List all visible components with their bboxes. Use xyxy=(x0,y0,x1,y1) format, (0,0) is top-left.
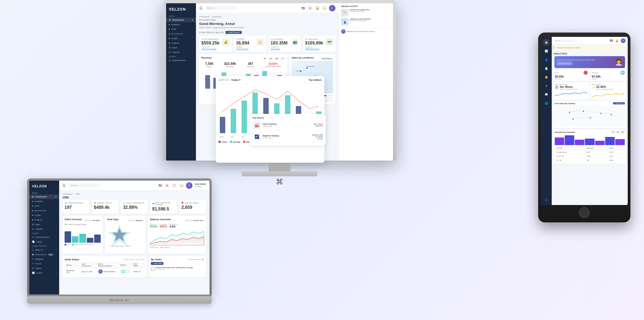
stat-change-orders: -3.97% xyxy=(236,46,249,48)
monitor-sidebar-item-projects[interactable]: Projects xyxy=(166,41,196,45)
laptop-topbar: ☰ Search... 🇺🇸 ⊞ ⛶ 🌙 A Anna Adame Founde… xyxy=(59,181,210,190)
sessions-tab-6m[interactable]: 6M xyxy=(621,131,625,133)
crm-stat-val-campaign: 197 xyxy=(65,205,87,210)
stat-card-earnings: TOTAL EARNINGS $559.25k +16.24 % View ne… xyxy=(199,36,232,52)
tablet-home-btn[interactable] xyxy=(579,207,590,218)
monitor-sidebar-item-analytics[interactable]: Analytics xyxy=(166,22,196,27)
breadcrumb: Dashboards › Dashboard xyxy=(199,16,335,18)
dot-icon xyxy=(32,219,33,220)
upgrade-btn[interactable]: Upgrade to paid xyxy=(557,62,572,65)
tablet-search[interactable]: Search... xyxy=(554,39,576,42)
notification-item: N Natasha Cairey have liked the products xyxy=(341,29,391,34)
metric-users: Users 👤 28.05k +16.24 % xyxy=(553,69,589,81)
stat-link-balance[interactable]: Withdraw money xyxy=(305,48,323,50)
task-checkbox[interactable] xyxy=(151,267,154,271)
user-avatar[interactable]: A xyxy=(329,5,335,11)
tables-icon: ⊟ xyxy=(32,267,34,270)
lead-icon: 📈 xyxy=(123,202,125,204)
laptop-sidebar-forms[interactable]: ✏ Forms › xyxy=(29,261,59,266)
laptop-sidebar-crm[interactable]: CRM xyxy=(29,204,59,208)
cell-value: $100.1K xyxy=(132,268,144,275)
moon-icon[interactable]: 🌙 xyxy=(322,6,327,11)
tab-1y[interactable]: 1Y xyxy=(280,57,285,60)
sessions-by-country-card: Sessions by Countries All 1M 6M xyxy=(553,129,626,164)
balance-overview-card: Balance Overview SORT BY: Current Year ▾… xyxy=(148,216,206,254)
sessions-tab-all[interactable]: All xyxy=(611,131,615,133)
monitor-sidebar-item-layouts[interactable]: ⊡ Layouts › xyxy=(166,50,196,55)
laptop-sidebar-ecommerce[interactable]: Ecommerce xyxy=(29,208,59,213)
monitor-sidebar-item-crypto[interactable]: Crypto xyxy=(166,36,196,41)
tablet-avatar[interactable]: A xyxy=(621,38,626,43)
laptop-main: ☰ Search... 🇺🇸 ⊞ ⛶ 🌙 A Anna Adame Founde… xyxy=(59,181,210,295)
deals-status-card: Deals Status 02 Nov 2021 to 31 Dec 2021 … xyxy=(62,256,147,277)
tablet-sidebar-icon-user[interactable]: 👤 xyxy=(543,56,550,63)
tablet-bell-icon[interactable]: 🔔 xyxy=(615,39,618,42)
stat-link-orders[interactable]: View all orders xyxy=(236,48,249,50)
laptop-sidebar-baseui[interactable]: ◻ Base UI › xyxy=(29,248,59,252)
stat-card-orders: ORDERS 36,894 -3.97% View all orders 🛒 xyxy=(234,36,267,52)
laptop-sidebar-widgets[interactable]: ⬡ Widgets xyxy=(29,257,59,261)
tab-6m[interactable]: 6M xyxy=(274,57,279,60)
profit-icon: 💰 xyxy=(94,202,96,204)
monitor-sidebar-item-ecommerce[interactable]: Ecommerce xyxy=(166,31,196,36)
laptop-body: MacBook Air xyxy=(27,296,212,304)
hamburger-icon[interactable]: ☰ xyxy=(199,6,203,10)
laptop-sidebar-advui[interactable]: ◼ Advance UI New xyxy=(29,252,59,257)
live-users-add-btn[interactable]: + Add Report xyxy=(613,102,625,104)
laptop-sidebar-crypto[interactable]: Crypto xyxy=(29,213,59,217)
monitor-sidebar-logo: VELZON xyxy=(166,5,196,14)
tab-all[interactable]: All xyxy=(262,57,267,60)
add-task-btn[interactable]: + Add Task xyxy=(151,262,163,265)
orders-icon: 🛒 xyxy=(256,38,264,46)
laptop-sidebar-charts[interactable]: 📊 Charts › xyxy=(29,271,59,275)
fullscreen-icon[interactable]: ⛶ xyxy=(172,183,177,188)
tablet-sidebar-icon-chat[interactable]: 💬 xyxy=(543,91,550,98)
bell-icon[interactable]: 🔔 xyxy=(315,6,320,11)
moon-icon[interactable]: 🌙 xyxy=(179,183,184,188)
user-avatar[interactable]: A xyxy=(186,182,192,189)
crm-stat-deals: ❤️ANNUAL DEALS 2,659 xyxy=(179,200,206,214)
monitor-sidebar-item-auth[interactable]: ◎ Authentication › xyxy=(166,58,196,63)
tablet-sidebar-icon-gear[interactable]: ⚙ xyxy=(543,82,550,89)
export-report-btn[interactable]: Export Report xyxy=(321,57,333,60)
stat-label-customers: CUSTOMERS xyxy=(271,38,287,40)
laptop-sidebar-projects[interactable]: Projects xyxy=(29,217,59,222)
tablet-sidebar-icon-bell[interactable]: 🔔 xyxy=(543,74,550,80)
monitor-sidebar-item-apps[interactable]: ⊞ Apps › xyxy=(166,45,196,50)
balance-profit: 3.6% xyxy=(169,225,177,228)
grid-icon[interactable]: ⊞ xyxy=(165,183,170,188)
session-bar-1 xyxy=(555,137,564,145)
laptop-sidebar-pages[interactable]: 📄 Pages › xyxy=(29,239,59,244)
laptop-sidebar-layouts[interactable]: ⊡ Layouts › xyxy=(29,227,59,231)
sessions-tab-1m[interactable]: 1M xyxy=(616,131,620,133)
laptop-sidebar-dashboards[interactable]: ⊞ Dashboards ▾ xyxy=(29,194,59,199)
laptop-sidebar-tables[interactable]: ⊟ Tables › xyxy=(29,266,59,271)
monitor-sidebar-item-dashboards[interactable]: ⊞ Dashboards ▾ xyxy=(166,18,196,22)
tablet-sidebar-icon-share[interactable]: ⬡ xyxy=(543,196,550,203)
laptop-search[interactable]: Search... xyxy=(68,183,101,187)
refunds-value: 367 xyxy=(247,62,254,66)
laptop-sidebar-analytics[interactable]: Analytics xyxy=(29,199,59,204)
forecast-bar-2 xyxy=(72,236,78,243)
grid-icon[interactable]: ⊞ xyxy=(308,6,313,11)
add-forecast-btn[interactable]: + Add Product xyxy=(226,31,242,34)
tablet-sidebar-icon-home[interactable]: 🏠 xyxy=(543,39,550,46)
stat-link-earnings[interactable]: View net earnings xyxy=(201,48,220,50)
stat-link-customers[interactable]: See details xyxy=(271,48,287,50)
tablet-sidebar-icon-list[interactable]: 📋 xyxy=(543,65,550,72)
dot-icon xyxy=(169,43,170,44)
hamburger-icon[interactable]: ☰ xyxy=(62,183,66,188)
tablet-sidebar-icon-globe[interactable]: 🌐 xyxy=(543,100,550,106)
sales-forecast-card: Sales Forecast SORT BY: Nov 2021 ▾ $5k T… xyxy=(62,216,103,254)
tablet-sidebar-icon-chart[interactable]: 📊 xyxy=(543,48,550,54)
monitor-sidebar-item-crm[interactable]: CRM xyxy=(166,27,196,31)
session-bar-4 xyxy=(585,139,594,145)
laptop-sidebar-auth[interactable]: ◎ Authentication › xyxy=(29,235,59,239)
col-name: Name xyxy=(65,262,80,268)
date-range-text: 01 Jan, 2022 to 31 Jan, 2022 xyxy=(199,31,224,33)
laptop-sidebar-apps[interactable]: ⊞ Apps › xyxy=(29,222,59,227)
settings-icon[interactable]: ⚙ xyxy=(202,258,204,261)
dot-icon xyxy=(169,38,170,39)
search-box[interactable]: Search... xyxy=(205,6,237,10)
tab-1m[interactable]: 1M xyxy=(268,57,273,60)
